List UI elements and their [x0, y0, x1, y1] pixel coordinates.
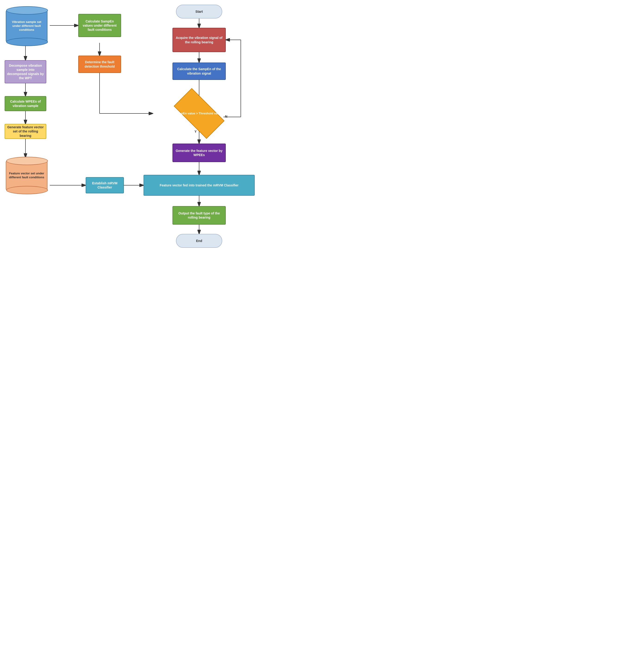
feature-vector-set-label: Feature vector set under different fault… — [6, 172, 47, 179]
acquire-vibration-node: Acquire the vibration signal of the roll… — [173, 28, 226, 52]
calculate-wpees-label: Calculate WPEEs of vibration sample — [7, 99, 44, 108]
generate-feature-vector-set-label: Generate feature vector set of the rolli… — [7, 125, 44, 138]
diamond-node: SampEn value > Threshold value? — [169, 97, 229, 130]
establish-mrvm-node: Establish mRVM Classifier — [86, 177, 124, 193]
end-label: End — [196, 239, 202, 243]
calculate-sampen-label: Calculate SampEn values under different … — [81, 19, 119, 32]
vibration-sample-set-label: Vibration sample set under different fau… — [6, 20, 47, 32]
feature-vector-fed-node: Feature vector fed into trained the mRVM… — [143, 175, 255, 196]
start-label: Start — [195, 9, 203, 14]
generate-feature-vector-node: Generate the feature vector by WPEEs — [173, 143, 226, 162]
establish-mrvm-label: Establish mRVM Classifier — [88, 181, 122, 190]
output-fault-label: Output the fault type of the rolling bea… — [175, 211, 223, 219]
start-node: Start — [176, 5, 222, 19]
diamond-y-label: Y — [195, 130, 197, 133]
end-node: End — [176, 234, 222, 248]
decompose-vibration-node: Decompose vibration sample into decompos… — [5, 60, 46, 83]
diamond-label: SampEn value > Threshold value? — [170, 112, 228, 116]
flowchart: Vibration sample set under different fau… — [0, 0, 255, 269]
calculate-wpees-node: Calculate WPEEs of vibration sample — [5, 96, 46, 111]
generate-feature-vector-label: Generate the feature vector by WPEEs — [175, 149, 223, 157]
calculate-sampen-signal-node: Calculate the SampEn of the vibration si… — [173, 62, 226, 80]
calculate-sampen-node: Calculate SampEn values under different … — [78, 14, 121, 37]
calculate-sampen-signal-label: Calculate the SampEn of the vibration si… — [175, 67, 223, 75]
acquire-vibration-label: Acquire the vibration signal of the roll… — [175, 36, 223, 44]
generate-feature-vector-set-node: Generate feature vector set of the rolli… — [5, 124, 46, 139]
feature-vector-fed-label: Feature vector fed into trained the mRVM… — [160, 183, 239, 187]
vibration-sample-set-node: Vibration sample set under different fau… — [5, 7, 48, 45]
fault-threshold-label: Determine the fault detection threshold — [81, 60, 119, 68]
decompose-vibration-label: Decompose vibration sample into decompos… — [7, 63, 44, 80]
fault-threshold-node: Determine the fault detection threshold — [78, 56, 121, 73]
feature-vector-set-node: Feature vector set under different fault… — [5, 157, 48, 193]
output-fault-node: Output the fault type of the rolling bea… — [173, 206, 226, 224]
